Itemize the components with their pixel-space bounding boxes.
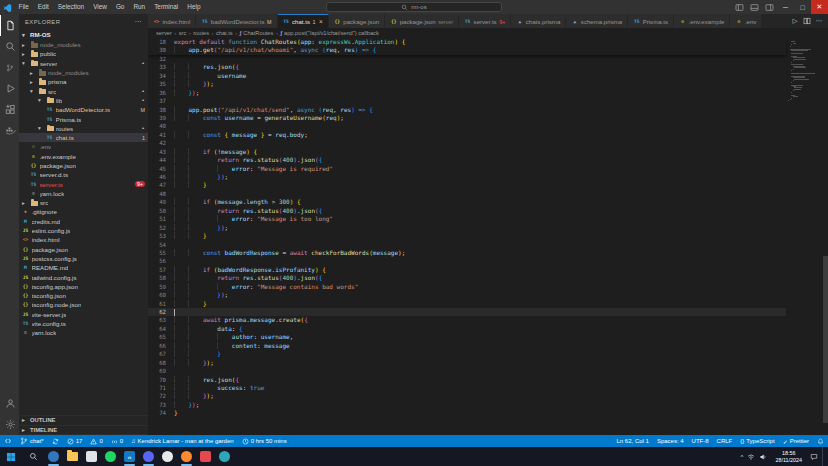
file-eslint.config.js[interactable]: JSeslint.config.js bbox=[19, 226, 148, 235]
breadcrumb-item[interactable]: ƒapp.post("/api/v1/chat/send") callback bbox=[280, 30, 379, 36]
status-formatter[interactable]: ✓Prettier bbox=[779, 435, 813, 447]
close-icon[interactable]: × bbox=[319, 18, 323, 25]
breadcrumb-item[interactable]: routes bbox=[193, 30, 209, 36]
status-indentation[interactable]: Spaces: 4 bbox=[653, 435, 688, 447]
status-ports[interactable]: 0 bbox=[107, 435, 127, 447]
chevron-up-icon[interactable]: ^ bbox=[741, 453, 744, 461]
file-.env[interactable]: ⚙.env bbox=[19, 142, 148, 151]
breadcrumb-item[interactable]: chat.ts bbox=[216, 30, 233, 36]
explorer-icon[interactable] bbox=[0, 15, 19, 36]
timeline-section[interactable]: ▸ TIMELINE bbox=[19, 426, 148, 436]
action-center-icon[interactable] bbox=[810, 453, 818, 461]
file-package.json[interactable]: {}package.json bbox=[19, 245, 148, 254]
edge-browser-icon[interactable] bbox=[44, 447, 63, 466]
project-root-header[interactable]: ▾ RM-OS bbox=[19, 29, 148, 40]
menu-help[interactable]: Help bbox=[183, 0, 205, 14]
menu-terminal[interactable]: Terminal bbox=[150, 0, 183, 14]
breadcrumb-item[interactable]: server bbox=[156, 30, 172, 36]
status-problems-errors[interactable]: 17 bbox=[63, 435, 87, 447]
status-music[interactable]: ♫Kendrick Lamar - man at the garden bbox=[127, 435, 238, 447]
menu-selection[interactable]: Selection bbox=[53, 0, 88, 14]
folder-node_modules[interactable]: ▸node_modules bbox=[19, 40, 148, 49]
outline-section[interactable]: ▸ OUTLINE bbox=[19, 416, 148, 426]
tab-package.json[interactable]: {}package.json bbox=[329, 14, 385, 28]
show-desktop-button[interactable] bbox=[822, 447, 825, 466]
tab-schema.prisma[interactable]: ▲schema.prisma bbox=[566, 14, 628, 28]
tab-chat.ts[interactable]: TSchat.ts1× bbox=[278, 14, 329, 28]
folder-routes[interactable]: ▾routes• bbox=[19, 124, 148, 133]
file-chat.ts[interactable]: TSchat.ts1 bbox=[19, 133, 148, 142]
white-app-icon[interactable] bbox=[82, 447, 101, 466]
file-vite.config.ts[interactable]: TSvite.config.ts bbox=[19, 319, 148, 328]
menu-file[interactable]: File bbox=[14, 0, 33, 14]
minimize-button[interactable]: ─ bbox=[777, 0, 794, 14]
status-remote[interactable] bbox=[0, 435, 16, 447]
docker-icon[interactable] bbox=[0, 120, 19, 141]
status-encoding[interactable]: UTF-8 bbox=[688, 435, 713, 447]
account-icon[interactable] bbox=[0, 393, 19, 414]
file-credits.md[interactable]: Mcredits.md bbox=[19, 217, 148, 226]
code-editor[interactable]: 3233 res.json({34 username35 });36 });37… bbox=[148, 38, 828, 435]
menu-go[interactable]: Go bbox=[111, 0, 129, 14]
folder-src[interactable]: ▾src• bbox=[19, 86, 148, 95]
folder-node_modules[interactable]: ▸node_modules bbox=[19, 68, 148, 77]
file-package.json[interactable]: {}package.json bbox=[19, 161, 148, 170]
status-language-mode[interactable]: {}TypeScript bbox=[736, 435, 778, 447]
tab-.env.example[interactable]: ⚙.env.example bbox=[674, 14, 730, 28]
scrollbar-thumb[interactable] bbox=[823, 256, 828, 423]
breadcrumb-item[interactable]: src bbox=[179, 30, 187, 36]
folder-prisma[interactable]: ▸prisma bbox=[19, 77, 148, 86]
wifi-icon[interactable] bbox=[747, 453, 755, 461]
file-server.d.ts[interactable]: TSserver.d.ts bbox=[19, 170, 148, 179]
extensions-icon[interactable] bbox=[0, 99, 19, 120]
toggle-panel-icon[interactable] bbox=[747, 0, 762, 14]
taskbar-search-icon[interactable] bbox=[22, 447, 44, 466]
breadcrumb-item[interactable]: ƒChatRoutes bbox=[240, 30, 274, 36]
maximize-button[interactable]: □ bbox=[794, 0, 811, 14]
more-actions-icon[interactable]: ⋯ bbox=[816, 17, 823, 25]
file-.gitignore[interactable]: ◆.gitignore bbox=[19, 207, 148, 216]
phone-link-icon[interactable] bbox=[215, 447, 234, 466]
file-index.html[interactable]: <>index.html bbox=[19, 235, 148, 244]
explorer-more-actions-icon[interactable]: ⋯ bbox=[135, 18, 142, 26]
discord-icon[interactable] bbox=[139, 447, 158, 466]
folder-src[interactable]: ▸src bbox=[19, 198, 148, 207]
tab-package.json[interactable]: {}package.jsonserver bbox=[385, 14, 459, 28]
firefox-icon[interactable] bbox=[177, 447, 196, 466]
search-icon[interactable] bbox=[0, 36, 19, 57]
minimap[interactable] bbox=[788, 40, 822, 102]
menu-edit[interactable]: Edit bbox=[33, 0, 53, 14]
run-file-icon[interactable]: ▷ bbox=[793, 17, 798, 25]
taskbar-clock[interactable]: 18:56 28/11/2024 bbox=[771, 450, 806, 463]
file-tsconfig.app.json[interactable]: {}tsconfig.app.json bbox=[19, 282, 148, 291]
file-yarn.lock[interactable]: ≡yarn.lock bbox=[19, 189, 148, 198]
file-explorer-icon[interactable] bbox=[63, 447, 82, 466]
file-postcss.config.js[interactable]: JSpostcss.config.js bbox=[19, 254, 148, 263]
run-debug-icon[interactable] bbox=[0, 78, 19, 99]
tab-Prisma.ts[interactable]: TSPrisma.ts bbox=[628, 14, 674, 28]
split-editor-icon[interactable] bbox=[803, 17, 811, 25]
file-.env.example[interactable]: ⚙.env.example bbox=[19, 152, 148, 161]
status-timer[interactable]: 0 hrs 50 mins bbox=[238, 435, 291, 447]
volume-icon[interactable] bbox=[759, 453, 767, 461]
tab-server.ts[interactable]: TSserver.ts9+ bbox=[459, 14, 511, 28]
file-badWordDetector.ts[interactable]: TSbadWordDetector.tsM bbox=[19, 105, 148, 114]
tab-.env[interactable]: ⚙.env bbox=[730, 14, 762, 28]
status-eol[interactable]: CRLF bbox=[713, 435, 737, 447]
close-button[interactable]: ✕ bbox=[811, 0, 828, 14]
file-tailwind.config.js[interactable]: JStailwind.config.js bbox=[19, 272, 148, 281]
folder-lib[interactable]: ▾lib• bbox=[19, 96, 148, 105]
editor-scrollbar[interactable] bbox=[822, 38, 828, 435]
status-notifications[interactable] bbox=[813, 435, 828, 447]
spotify-icon[interactable] bbox=[101, 447, 120, 466]
red-app-icon[interactable] bbox=[196, 447, 215, 466]
menu-run[interactable]: Run bbox=[129, 0, 150, 14]
file-tsconfig.node.json[interactable]: {}tsconfig.node.json bbox=[19, 300, 148, 309]
folder-public[interactable]: ▸public bbox=[19, 49, 148, 58]
status-sync[interactable] bbox=[48, 435, 63, 447]
white-circle-app-icon[interactable] bbox=[158, 447, 177, 466]
tab-chats.prisma[interactable]: ▲chats.prisma bbox=[511, 14, 566, 28]
status-cursor-position[interactable]: Ln 62, Col 1 bbox=[613, 435, 653, 447]
file-server.ts[interactable]: TSserver.ts9+ bbox=[19, 179, 148, 188]
tab-index.html[interactable]: <>index.html bbox=[148, 14, 196, 28]
